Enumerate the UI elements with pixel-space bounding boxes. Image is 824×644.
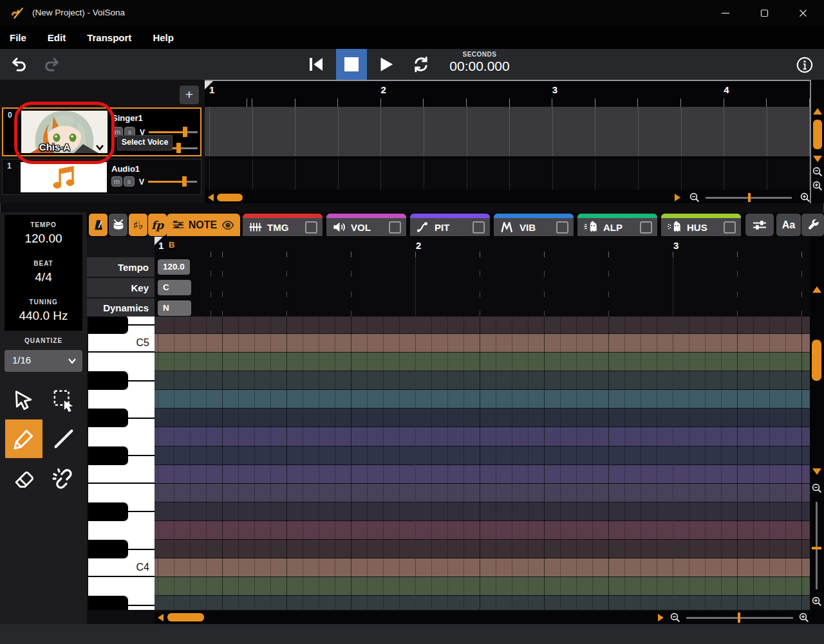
maximize-button[interactable] xyxy=(749,0,779,26)
black-key-Ds4[interactable] xyxy=(88,502,128,521)
timeline-scrollbar[interactable] xyxy=(205,192,810,203)
pencil-tool[interactable] xyxy=(5,419,42,458)
tab-pit[interactable]: PIT xyxy=(410,214,490,236)
black-key-Cs4[interactable] xyxy=(88,540,128,558)
metronome-toggle[interactable] xyxy=(89,214,108,236)
scroll-down-arrow[interactable] xyxy=(813,156,822,162)
timeline-ruler[interactable]: 1234 xyxy=(205,80,810,107)
timeline-singer-lane[interactable] xyxy=(205,107,810,158)
tab-hus[interactable]: HUS xyxy=(661,214,741,236)
quantize-dropdown[interactable]: 1/16 xyxy=(5,350,82,372)
unlink-tool[interactable] xyxy=(45,459,82,498)
loop-button[interactable] xyxy=(408,53,434,76)
redo-button[interactable] xyxy=(40,54,63,75)
tempo-row[interactable]: 120.0 xyxy=(154,257,810,277)
zoom-slider-thumb[interactable] xyxy=(748,193,751,202)
black-key-Cs5[interactable] xyxy=(88,317,128,334)
track-audio[interactable]: 1 Audio1 m s V xyxy=(2,159,201,195)
beat-value[interactable]: 4/4 xyxy=(5,270,82,284)
scroll-down-arrow[interactable] xyxy=(812,468,821,475)
volume-slider[interactable] xyxy=(148,176,197,187)
eraser-tool[interactable] xyxy=(5,459,42,498)
audio-thumbnail[interactable] xyxy=(21,162,107,192)
tab-checkbox[interactable] xyxy=(640,221,652,234)
select-tool[interactable] xyxy=(5,381,42,419)
pianoroll-grid[interactable]: 123B 120.0 C N xyxy=(154,237,810,610)
scroll-thumb[interactable] xyxy=(167,613,204,621)
stop-button[interactable] xyxy=(336,49,367,80)
pianoroll-ruler[interactable]: 123B xyxy=(154,237,810,257)
settings-wrench-button[interactable] xyxy=(801,214,824,236)
scroll-up-arrow[interactable] xyxy=(813,108,822,115)
tab-note[interactable]: NOTE xyxy=(167,214,240,236)
zoom-in-icon[interactable] xyxy=(811,596,823,607)
accidental-toggle[interactable]: ♯♭ xyxy=(129,214,147,236)
menu-help[interactable]: Help xyxy=(153,32,174,43)
dynamics-toggle[interactable]: fp xyxy=(148,214,167,236)
key-badge[interactable]: C xyxy=(158,280,191,295)
tab-vib[interactable]: VIB xyxy=(494,214,574,236)
tab-checkbox[interactable] xyxy=(556,221,568,234)
tab-checkbox[interactable] xyxy=(724,221,736,234)
skip-to-start-button[interactable] xyxy=(304,53,328,76)
text-settings-button[interactable]: Aa xyxy=(776,214,801,236)
visibility-eye-icon[interactable] xyxy=(220,219,236,232)
tempo-value[interactable]: 120.00 xyxy=(5,232,82,246)
tab-alp[interactable]: ALP xyxy=(577,214,657,236)
close-button[interactable] xyxy=(788,0,818,26)
tempo-badge[interactable]: 120.0 xyxy=(158,259,190,275)
vertical-zoom-thumb[interactable] xyxy=(812,547,821,549)
zoom-out-icon[interactable] xyxy=(812,166,823,178)
menu-transport[interactable]: Transport xyxy=(87,32,131,43)
vscroll-thumb[interactable] xyxy=(813,120,822,149)
scroll-left-arrow[interactable] xyxy=(208,194,214,201)
tuning-value[interactable]: 440.0 Hz xyxy=(5,309,82,323)
black-key-As3[interactable] xyxy=(88,596,128,610)
zoom-slider-thumb[interactable] xyxy=(738,612,740,623)
black-key-Gs4[interactable] xyxy=(88,409,128,427)
key-row[interactable]: C xyxy=(154,278,810,297)
dynamics-row[interactable]: N xyxy=(154,299,810,317)
scroll-left-arrow[interactable] xyxy=(158,614,164,621)
vertical-zoom-slider[interactable] xyxy=(816,502,818,589)
scroll-right-arrow[interactable] xyxy=(675,194,680,201)
pitch-grid[interactable] xyxy=(154,317,810,610)
vscroll-thumb[interactable] xyxy=(812,340,821,381)
pianoroll-playhead[interactable] xyxy=(154,237,163,245)
dynamics-badge[interactable]: N xyxy=(158,300,191,316)
scroll-thumb[interactable] xyxy=(217,194,243,201)
line-tool[interactable] xyxy=(45,419,82,458)
mixer-button[interactable] xyxy=(745,214,774,236)
zoom-out-icon[interactable] xyxy=(670,612,681,623)
play-button[interactable] xyxy=(373,53,398,76)
tab-vol[interactable]: VOL xyxy=(326,214,406,236)
zoom-in-icon[interactable] xyxy=(812,180,823,192)
timeline-audio-lane[interactable] xyxy=(205,159,810,190)
info-button[interactable] xyxy=(794,55,815,75)
black-key-As4[interactable] xyxy=(88,371,128,390)
tab-checkbox[interactable] xyxy=(305,221,317,234)
timeline[interactable]: 1234 xyxy=(205,80,810,203)
solo-button[interactable]: s xyxy=(124,176,135,187)
marquee-select-tool[interactable] xyxy=(45,381,82,419)
tab-tmg[interactable]: TMG xyxy=(243,214,323,236)
undo-button[interactable] xyxy=(8,54,31,75)
piano-keyboard[interactable]: C5C4 xyxy=(87,317,154,610)
zoom-out-icon[interactable] xyxy=(689,192,700,203)
playhead-marker[interactable] xyxy=(205,81,213,89)
mute-button[interactable]: m xyxy=(111,176,122,187)
drum-toggle[interactable] xyxy=(109,214,127,236)
minimize-button[interactable] xyxy=(711,0,740,26)
zoom-in-icon[interactable] xyxy=(798,612,810,623)
tab-checkbox[interactable] xyxy=(389,221,401,234)
menu-edit[interactable]: Edit xyxy=(48,32,66,43)
add-track-button[interactable]: + xyxy=(180,86,199,104)
black-key-Fs4[interactable] xyxy=(88,446,128,465)
scroll-up-arrow[interactable] xyxy=(812,286,821,293)
timeline-vertical-scrollbar[interactable] xyxy=(810,80,824,203)
scroll-right-arrow[interactable] xyxy=(658,614,664,621)
zoom-out-icon[interactable] xyxy=(811,483,823,494)
pianoroll-scrollbar[interactable] xyxy=(154,611,810,624)
pianoroll-vertical-scrollbar[interactable] xyxy=(810,237,824,624)
tab-checkbox[interactable] xyxy=(473,221,485,234)
